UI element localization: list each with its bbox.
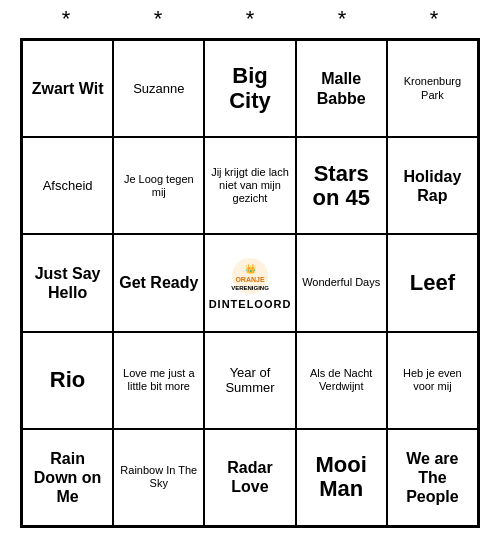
svg-text:ORANJE: ORANJE — [235, 276, 265, 283]
stars-row: * * * * * — [20, 0, 480, 38]
cell-r4-c3: Mooi Man — [296, 429, 387, 526]
cell-r0-c4: Kronenburg Park — [387, 40, 478, 137]
cell-text-r1-c3: Stars on 45 — [301, 162, 382, 210]
cell-r0-c3: Malle Babbe — [296, 40, 387, 137]
cell-r3-c3: Als de Nacht Verdwijnt — [296, 332, 387, 429]
star-4: * — [338, 6, 347, 32]
cell-r1-c0: Afscheid — [22, 137, 113, 234]
cell-r1-c1: Je Loog tegen mij — [113, 137, 204, 234]
cell-text-r2-c1: Get Ready — [119, 273, 198, 292]
cell-text-r1-c0: Afscheid — [43, 178, 93, 194]
cell-text-r3-c1: Love me just a little bit more — [118, 367, 199, 393]
cell-r0-c2: Big City — [204, 40, 295, 137]
star-5: * — [430, 6, 439, 32]
cell-r4-c4: We are The People — [387, 429, 478, 526]
cell-text-r4-c4: We are The People — [392, 449, 473, 507]
cell-r0-c1: Suzanne — [113, 40, 204, 137]
cell-text-r0-c0: Zwart Wit — [32, 79, 104, 98]
cell-text-r3-c0: Rio — [50, 368, 85, 392]
cell-text-r2-c0: Just Say Hello — [27, 264, 108, 302]
cell-r2-c2: 👑 ORANJE VERENIGING DINTELOORD — [204, 234, 295, 331]
cell-r2-c3: Wonderful Days — [296, 234, 387, 331]
cell-r1-c4: Holiday Rap — [387, 137, 478, 234]
cell-text-r4-c2: Radar Love — [209, 458, 290, 496]
cell-text-r1-c2: Jij krijgt die lach niet van mijn gezich… — [209, 166, 290, 206]
cell-text-r2-c4: Leef — [410, 271, 455, 295]
cell-r3-c4: Heb je even voor mij — [387, 332, 478, 429]
cell-text-r4-c1: Rainbow In The Sky — [118, 464, 199, 490]
cell-text-r4-c3: Mooi Man — [301, 453, 382, 501]
cell-r2-c4: Leef — [387, 234, 478, 331]
cell-r4-c2: Radar Love — [204, 429, 295, 526]
cell-text-r3-c3: Als de Nacht Verdwijnt — [301, 367, 382, 393]
cell-text-r4-c0: Rain Down on Me — [27, 449, 108, 507]
bingo-grid: Zwart WitSuzanneBig CityMalle BabbeKrone… — [20, 38, 480, 528]
cell-text-r0-c1: Suzanne — [133, 81, 184, 97]
cell-r2-c0: Just Say Hello — [22, 234, 113, 331]
cell-text-r0-c4: Kronenburg Park — [392, 75, 473, 101]
cell-r3-c2: Year of Summer — [204, 332, 295, 429]
star-1: * — [62, 6, 71, 32]
star-3: * — [246, 6, 255, 32]
cell-r2-c1: Get Ready — [113, 234, 204, 331]
cell-text-r3-c4: Heb je even voor mij — [392, 367, 473, 393]
svg-text:VERENIGING: VERENIGING — [231, 285, 269, 291]
star-2: * — [154, 6, 163, 32]
cell-text-r0-c2: Big City — [209, 64, 290, 112]
cell-r3-c1: Love me just a little bit more — [113, 332, 204, 429]
cell-r3-c0: Rio — [22, 332, 113, 429]
cell-text-r3-c2: Year of Summer — [209, 365, 290, 396]
cell-text-r1-c4: Holiday Rap — [392, 167, 473, 205]
svg-text:👑: 👑 — [244, 263, 256, 275]
cell-text-r1-c1: Je Loog tegen mij — [118, 173, 199, 199]
cell-r0-c0: Zwart Wit — [22, 40, 113, 137]
cell-r1-c2: Jij krijgt die lach niet van mijn gezich… — [204, 137, 295, 234]
cell-text-r0-c3: Malle Babbe — [301, 69, 382, 107]
cell-r4-c0: Rain Down on Me — [22, 429, 113, 526]
cell-text-r2-c3: Wonderful Days — [302, 276, 380, 289]
cell-r4-c1: Rainbow In The Sky — [113, 429, 204, 526]
cell-r1-c3: Stars on 45 — [296, 137, 387, 234]
logo-name: DINTELOORD — [209, 298, 292, 310]
